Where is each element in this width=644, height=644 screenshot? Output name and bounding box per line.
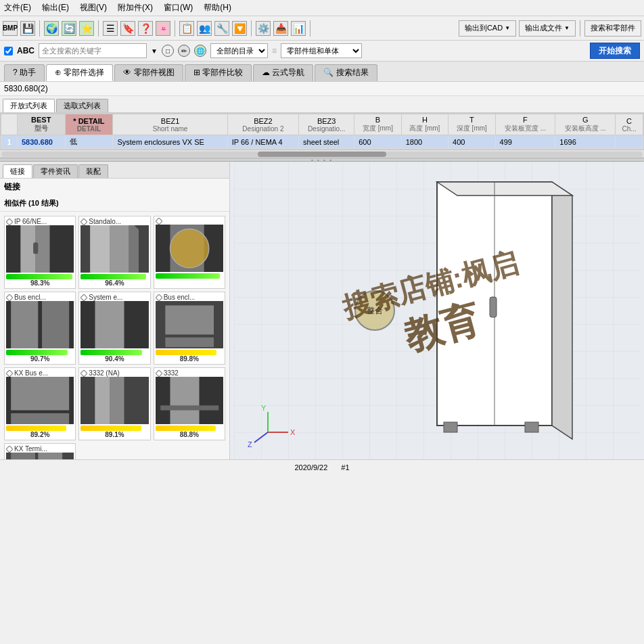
col-header-c[interactable]: C Ch... [616, 114, 643, 135]
menu-export[interactable]: 输出(E) [42, 2, 69, 14]
menu-help[interactable]: 帮助(H) [204, 2, 231, 14]
similar-item[interactable]: System e... RITTAL 90.4% [78, 292, 150, 365]
bmp-icon[interactable]: BMP [3, 21, 18, 36]
tab-parts-select[interactable]: ⊕ 零部件选择 [46, 64, 113, 81]
table-tab-select[interactable]: 选取式列表 [56, 99, 108, 112]
similar-item-thumbnail: NA [80, 377, 148, 424]
tab-parts-compare[interactable]: ⊞ 零部件比较 [185, 64, 252, 81]
catalog-select[interactable]: 全部的目录 [210, 43, 268, 58]
list-icon[interactable]: ☰ [103, 21, 118, 36]
similar-item[interactable]: Standalo... RITTAL 96.4% [78, 216, 150, 289]
tab-assistant[interactable]: ? 助手 [4, 64, 45, 81]
select-icon[interactable]: 📋 [179, 21, 194, 36]
svg-marker-18 [6, 294, 13, 301]
refresh-icon[interactable]: 🔄 [62, 21, 76, 36]
search-parts-label: 搜索和零部件 [591, 23, 635, 33]
question-icon[interactable]: ❓ [138, 21, 153, 36]
similar-item[interactable]: KX Termi... KX [4, 443, 76, 459]
globe-icon[interactable]: 🌍 [44, 21, 59, 36]
table-tab-open[interactable]: 开放式列表 [3, 99, 55, 112]
col-header-bez1[interactable]: BEZ1 Short name [113, 114, 227, 135]
similar-header: 相似件 (10 结果) [0, 196, 229, 212]
search-toolbar: ABC ▼ □ ✏ 🌐 全部的目录 ≡ 零部件组和单体 开始搜索 [0, 41, 644, 62]
export-file-button[interactable]: 输出成文件 ▼ [519, 20, 576, 37]
menu-file[interactable]: 文件(E) [4, 2, 31, 14]
search-checkbox[interactable] [4, 47, 13, 55]
col-header-h[interactable]: H 高度 [mm] [401, 114, 448, 135]
svg-rect-60 [444, 422, 457, 432]
similar-item-thumbnail: RITTAL [80, 225, 148, 273]
menu-window[interactable]: 窗口(W) [164, 2, 193, 14]
panel-tab-link[interactable]: 链接 [3, 164, 32, 178]
flower-icon[interactable]: 🌸 [156, 21, 170, 36]
dropdown-arrow-icon: ▼ [151, 47, 158, 55]
tools-icon[interactable]: 🔧 [214, 21, 229, 36]
tab-parts-view[interactable]: 👁 零部件视图 [114, 64, 183, 81]
chart-icon[interactable]: 📊 [291, 21, 306, 36]
catalog-icon[interactable]: 🌐 [194, 45, 206, 57]
bottom-panel: 链接 零件资讯 装配 链接 相似件 (10 结果) IP 66/NE... RI… [0, 162, 644, 459]
similar-item[interactable]: IP 66/NE... RITTAL 98.3% [4, 216, 76, 289]
panel-tab-parts[interactable]: 零件资讯 [33, 164, 78, 178]
search-input[interactable] [39, 43, 147, 58]
similar-item[interactable]: 3332 RITTAL 88.8% [154, 367, 225, 440]
mode-select[interactable]: 零部件组和单体 [281, 43, 362, 58]
svg-marker-57 [437, 182, 572, 196]
tab-search-results[interactable]: 🔍 搜索结果 [315, 64, 377, 81]
sep1 [39, 20, 40, 37]
similar-item-thumbnail: RITTAL [6, 301, 74, 348]
svg-rect-25 [95, 301, 124, 348]
similar-item[interactable] [154, 216, 225, 289]
similar-item-pct: 89.2% [6, 431, 74, 438]
row-num-cell: 1 [1, 135, 18, 149]
col-header-best[interactable]: BEST 型号 [18, 114, 66, 135]
col-header-detail[interactable]: * DETAIL DETAIL [65, 114, 113, 135]
edit-filter-icon[interactable]: ✏ [178, 45, 190, 57]
export-cad-button[interactable]: 输出到CAD ▼ [459, 20, 516, 37]
svg-point-17 [170, 229, 208, 267]
export-file-label: 输出成文件 [525, 23, 562, 33]
col-header-bez2[interactable]: BEZ2 Designation 2 [227, 114, 298, 135]
table-row[interactable]: 1 5830.680 低 System enclosures VX SE IP … [1, 135, 643, 149]
similar-item-label: IP 66/NE... [6, 218, 74, 225]
similar-item[interactable]: 3332 (NA) NA 89.1% [78, 367, 150, 440]
col-header-g[interactable]: G 安装板高度 ... [555, 114, 616, 135]
col-header-f[interactable]: F 安装板宽度 ... [495, 114, 555, 135]
similar-grid: IP 66/NE... RITTAL 98.3% Standalo... RIT… [0, 212, 229, 459]
scrollbar-thumb[interactable] [258, 152, 386, 157]
table-scrollbar[interactable] [0, 150, 644, 158]
col-header-t[interactable]: T 深度 [mm] [448, 114, 495, 135]
search-parts-button[interactable]: 搜索和零部件 [584, 20, 641, 37]
svg-marker-38 [80, 370, 87, 377]
svg-marker-43 [156, 370, 162, 377]
similar-item[interactable]: Bus encl... RITTAL 89.8% [154, 292, 225, 365]
bookmark-icon[interactable]: 🔖 [120, 21, 135, 36]
col-header-bez3[interactable]: BEZ3 Designatio... [299, 114, 354, 135]
similar-item-label [156, 218, 223, 225]
panel-tab-fit[interactable]: 装配 [78, 164, 108, 178]
menu-view[interactable]: 视图(V) [80, 2, 107, 14]
similar-item-thumbnail: RITTAL [6, 225, 74, 273]
people-icon[interactable]: 👥 [197, 21, 212, 36]
svg-rect-50 [11, 453, 35, 459]
similar-item[interactable]: Bus encl... RITTAL 90.7% [4, 292, 76, 365]
tab-parts-select-label: 零部件选择 [64, 68, 104, 77]
similar-item[interactable]: KX Bus e... RITTAL 89.2% [4, 367, 76, 440]
similar-item-label: Bus encl... [6, 294, 74, 301]
filter-icon[interactable]: 🔽 [232, 21, 247, 36]
parts-select-icon: ⊕ [55, 68, 62, 77]
add-filter-icon[interactable]: □ [162, 45, 174, 57]
svg-text:X: X [290, 428, 296, 436]
settings-icon[interactable]: ⚙️ [256, 21, 271, 36]
svg-rect-46 [160, 405, 218, 410]
menu-addon[interactable]: 附加件(X) [118, 2, 153, 14]
search-button[interactable]: 开始搜索 [590, 43, 640, 59]
svg-rect-35 [11, 377, 69, 410]
download-icon[interactable]: 📥 [273, 21, 288, 36]
save-icon[interactable]: 💾 [20, 21, 35, 36]
integrate-label: 整合 [367, 305, 383, 317]
menu-bar: 文件(E) 输出(E) 视图(V) 附加件(X) 窗口(W) 帮助(H) [0, 0, 644, 16]
col-header-b[interactable]: B 宽度 [mm] [354, 114, 401, 135]
tab-cloud-nav[interactable]: ☁ 云式导航 [253, 64, 313, 81]
star-icon[interactable]: ⭐ [79, 21, 94, 36]
